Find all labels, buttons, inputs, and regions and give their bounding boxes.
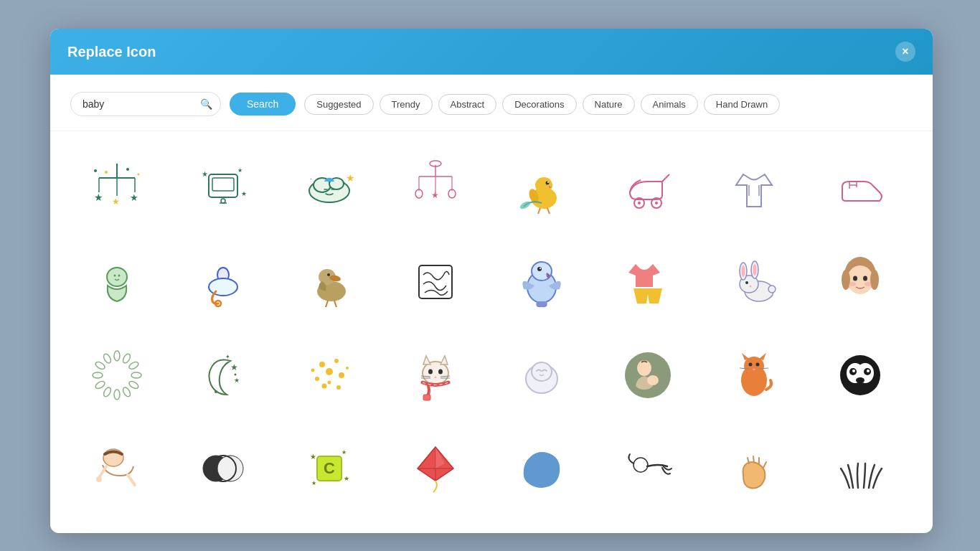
icon-cat-scarf[interactable] — [389, 332, 482, 418]
icon-scribble[interactable] — [389, 239, 482, 325]
svg-point-79 — [847, 265, 873, 294]
filter-hand-drawn[interactable]: Hand Drawn — [704, 94, 780, 115]
icon-baby-mobile-pink[interactable]: ★ — [389, 146, 482, 232]
svg-point-113 — [311, 369, 315, 372]
icon-baby-carriage[interactable] — [601, 146, 694, 232]
svg-point-82 — [853, 276, 857, 281]
svg-text:★: ★ — [310, 453, 316, 461]
icon-baby-shoe[interactable] — [814, 146, 907, 232]
svg-point-37 — [546, 182, 550, 185]
svg-line-63 — [334, 301, 336, 307]
icon-yin-yang[interactable] — [176, 425, 270, 512]
icon-baby-crawling[interactable] — [70, 425, 164, 512]
svg-text:★: ★ — [234, 377, 240, 384]
icon-dog-face[interactable] — [814, 332, 907, 418]
svg-text:★: ★ — [202, 170, 208, 178]
svg-text:★: ★ — [130, 192, 138, 203]
svg-point-47 — [638, 202, 641, 204]
icon-girl-face[interactable] — [814, 239, 907, 325]
svg-text:·: · — [310, 175, 312, 183]
svg-point-91 — [128, 380, 139, 390]
svg-point-54 — [118, 275, 121, 277]
svg-point-52 — [107, 268, 127, 286]
search-input-wrapper: 🔍 — [70, 92, 221, 116]
filter-trendy[interactable]: Trendy — [380, 94, 433, 115]
icon-blue-blob[interactable] — [495, 425, 588, 512]
svg-point-61 — [327, 273, 330, 276]
svg-point-105 — [334, 359, 339, 363]
icon-sleeping-bear[interactable] — [495, 332, 588, 418]
svg-text:★: ★ — [431, 190, 439, 200]
replace-icon-modal: Replace Icon × 🔍 Search Suggested Trendy… — [50, 29, 933, 533]
svg-point-129 — [647, 375, 659, 385]
svg-point-98 — [103, 353, 113, 364]
svg-rect-124 — [423, 395, 430, 400]
svg-text:★: ★ — [346, 172, 355, 184]
svg-point-89 — [128, 361, 139, 371]
modal-title: Replace Icon — [67, 44, 156, 60]
svg-point-74 — [753, 264, 757, 276]
svg-point-90 — [131, 372, 141, 378]
icon-baby-clothes[interactable] — [707, 146, 801, 232]
search-button[interactable]: Search — [230, 93, 296, 116]
svg-point-88 — [122, 353, 132, 364]
svg-marker-115 — [423, 356, 430, 364]
svg-point-87 — [114, 351, 120, 361]
svg-line-41 — [538, 208, 540, 214]
icon-blocks[interactable]: C ★ ★ ★ ★ — [283, 425, 376, 512]
svg-point-14 — [221, 199, 225, 203]
icon-moon-stars[interactable]: ★ ★ ✦ — [176, 332, 270, 418]
filter-suggested[interactable]: Suggested — [304, 94, 373, 115]
svg-point-102 — [215, 390, 217, 393]
icon-grass-blades[interactable] — [814, 425, 907, 512]
search-input[interactable] — [70, 92, 221, 116]
svg-point-134 — [749, 363, 753, 367]
svg-line-150 — [128, 475, 135, 485]
svg-point-114 — [423, 362, 448, 385]
svg-point-126 — [532, 362, 552, 381]
filter-decorations[interactable]: Decorations — [502, 94, 576, 115]
svg-point-36 — [535, 177, 552, 193]
icon-duck[interactable] — [283, 239, 376, 325]
svg-point-95 — [95, 380, 106, 390]
svg-text:★: ★ — [341, 449, 347, 456]
svg-point-128 — [637, 360, 651, 376]
icon-tiger-cat[interactable] — [707, 332, 801, 418]
svg-point-111 — [328, 381, 331, 385]
svg-point-107 — [315, 377, 319, 381]
svg-point-68 — [540, 268, 541, 269]
icon-bunny[interactable] — [707, 239, 801, 325]
icon-baby-monitor[interactable]: ★ ★ ★ — [176, 146, 270, 232]
icon-sleeping-cloud[interactable]: ★ · — [283, 146, 376, 232]
svg-text:★: ★ — [311, 480, 316, 486]
icon-baby-swaddle[interactable] — [70, 239, 164, 325]
icon-kite[interactable] — [389, 425, 482, 512]
svg-point-77 — [768, 286, 776, 293]
filter-animals[interactable]: Animals — [641, 94, 698, 115]
icon-baby-mobile[interactable]: ★ ★ ★ — [70, 146, 164, 232]
icon-pacifier[interactable] — [176, 239, 270, 325]
icon-chick[interactable] — [495, 146, 588, 232]
icon-swimming[interactable] — [601, 425, 694, 512]
filter-abstract[interactable]: Abstract — [438, 94, 497, 115]
svg-point-93 — [114, 390, 120, 400]
svg-point-117 — [428, 369, 433, 375]
icon-shirt-pants[interactable] — [601, 239, 694, 325]
svg-text:★: ★ — [112, 197, 120, 207]
svg-marker-132 — [742, 353, 749, 360]
icon-stars-dots[interactable] — [283, 332, 376, 418]
filter-nature[interactable]: Nature — [583, 94, 635, 115]
icon-hand-fist[interactable] — [707, 425, 801, 512]
svg-point-75 — [745, 281, 748, 284]
svg-point-94 — [103, 386, 113, 397]
svg-line-166 — [753, 456, 754, 463]
svg-point-164 — [633, 458, 648, 472]
svg-point-104 — [319, 362, 325, 367]
icon-grid-container[interactable]: ★ ★ ★ — [70, 131, 913, 533]
search-bar: 🔍 Search Suggested Trendy Abstract Decor… — [70, 92, 913, 116]
icon-wreath[interactable] — [70, 332, 164, 418]
svg-point-145 — [867, 369, 870, 372]
close-button[interactable]: × — [895, 42, 915, 62]
icon-parrot[interactable] — [495, 239, 588, 325]
icon-mother-child[interactable] — [601, 332, 694, 418]
